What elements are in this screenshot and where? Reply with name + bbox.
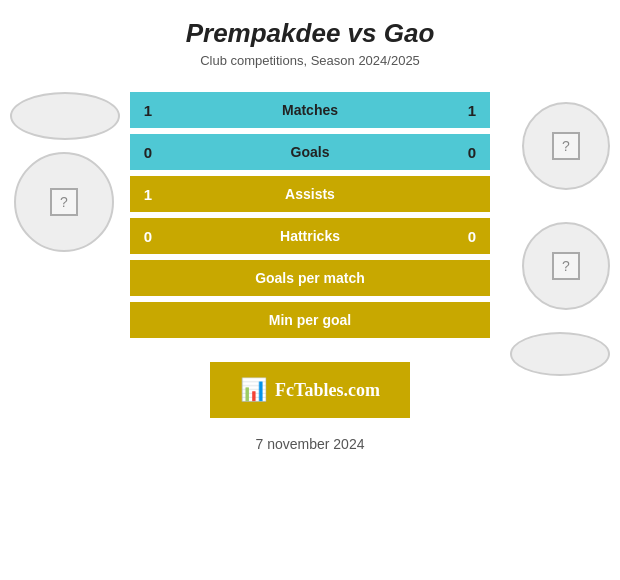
- assists-label: Assists: [166, 176, 454, 212]
- gpm-label: Goals per match: [130, 260, 490, 296]
- match-date: 7 november 2024: [256, 436, 365, 452]
- match-title: Prempakdee vs Gao: [186, 18, 435, 49]
- row-goals-per-match: Goals per match: [130, 260, 490, 296]
- assists-val-right: [454, 176, 490, 212]
- row-matches: 1 Matches 1: [130, 92, 490, 128]
- matches-val-right: 1: [454, 92, 490, 128]
- logo-text: FcTables.com: [275, 380, 380, 401]
- goals-label: Goals: [166, 134, 454, 170]
- row-goals: 0 Goals 0: [130, 134, 490, 170]
- goals-val-right: 0: [454, 134, 490, 170]
- match-subtitle: Club competitions, Season 2024/2025: [200, 53, 420, 68]
- stats-rows: 1 Matches 1 0 Goals 0 1 Assists 0 Hattri…: [130, 92, 490, 338]
- matches-label: Matches: [166, 92, 454, 128]
- placeholder-icon-right-top: ?: [552, 132, 580, 160]
- main-container: Prempakdee vs Gao Club competitions, Sea…: [0, 0, 620, 580]
- hattricks-label: Hattricks: [166, 218, 454, 254]
- matches-val-left: 1: [130, 92, 166, 128]
- goals-val-left: 0: [130, 134, 166, 170]
- avatar-ellipse-right: [510, 332, 610, 376]
- hattricks-val-right: 0: [454, 218, 490, 254]
- avatar-left: ?: [14, 152, 114, 252]
- stats-area: ? ? ? 1 Matches 1 0 Goals 0: [0, 92, 620, 338]
- mpg-label: Min per goal: [130, 302, 490, 338]
- avatar-ellipse-left: [10, 92, 120, 140]
- avatar-right-bottom: ?: [522, 222, 610, 310]
- placeholder-icon-left: ?: [50, 188, 78, 216]
- row-hattricks: 0 Hattricks 0: [130, 218, 490, 254]
- avatar-right-top: ?: [522, 102, 610, 190]
- logo-icon: 📊: [240, 377, 267, 403]
- logo-area: 📊 FcTables.com: [210, 362, 410, 418]
- placeholder-icon-right-bottom: ?: [552, 252, 580, 280]
- row-min-per-goal: Min per goal: [130, 302, 490, 338]
- row-assists: 1 Assists: [130, 176, 490, 212]
- assists-val-left: 1: [130, 176, 166, 212]
- hattricks-val-left: 0: [130, 218, 166, 254]
